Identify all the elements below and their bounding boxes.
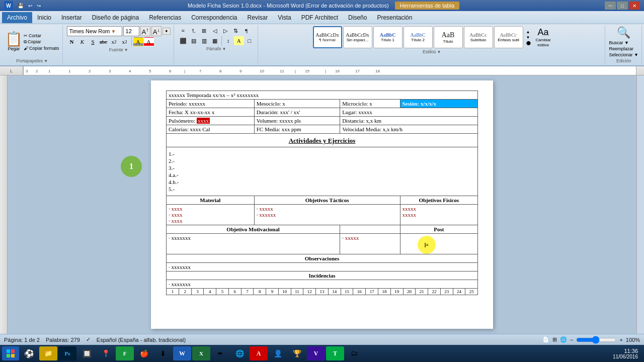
style-title2-btn[interactable]: AaBbC Título 2 <box>404 26 433 48</box>
style-subtitle-btn[interactable]: AaBbCc Subtítulo <box>464 26 493 48</box>
subscript-btn[interactable]: x2 <box>109 37 119 46</box>
style-title-btn[interactable]: AaB Título <box>434 26 463 48</box>
clipboard-expand[interactable]: ▼ <box>44 59 48 63</box>
zoom-slider[interactable] <box>576 336 616 344</box>
right-scrollbar[interactable] <box>636 75 644 334</box>
reemplazar-btn[interactable]: Reemplazar <box>609 46 638 51</box>
align-center-btn[interactable]: ▤ <box>189 36 199 45</box>
view-web-btn[interactable]: 🌐 <box>560 336 567 343</box>
justify-btn[interactable]: ▦ <box>210 36 220 45</box>
taskbar-excel[interactable]: X <box>192 346 210 360</box>
menu-insertar[interactable]: Insertar <box>56 12 87 23</box>
font-row2: N K S abc x2 x2 A A <box>67 37 171 46</box>
taskbar-file-manager[interactable]: 📁 <box>39 346 57 360</box>
styles-more-btn[interactable]: ⬤ <box>526 41 531 45</box>
taskbar-download[interactable]: ⬇ <box>154 346 172 360</box>
start-button[interactable] <box>2 346 19 360</box>
line-spacing-btn[interactable]: ↕ <box>223 36 233 45</box>
view-normal-btn[interactable]: 📄 <box>542 336 549 343</box>
strikethrough-btn[interactable]: abc <box>99 37 109 46</box>
style-nospace-btn[interactable]: AaBbCcDx Sin espaci... <box>343 26 372 48</box>
bold-btn[interactable]: N <box>67 37 77 46</box>
maximize-button[interactable]: □ <box>617 2 628 10</box>
sort-btn[interactable]: ⇅ <box>231 26 241 35</box>
format-copy-button[interactable]: 🖌 Copiar formato <box>24 46 59 51</box>
font-family-box[interactable]: Times New Rom ▼ <box>67 26 122 36</box>
buscar-btn[interactable]: Buscar ▼ <box>609 40 638 45</box>
increase-indent-btn[interactable]: ▷ <box>220 26 230 35</box>
taskbar-files[interactable]: 🗂 <box>345 346 363 360</box>
table-title-cell: xxxxxx Temporada xx/xx – x² xxxxxxxx <box>167 91 478 100</box>
styles-up-btn[interactable]: ▲ <box>526 30 531 34</box>
minimize-button[interactable]: ─ <box>605 2 616 10</box>
save-quick-btn[interactable]: 💾 <box>16 3 25 9</box>
cell-pulsometro: Pulsómetro: xxxx <box>167 117 255 125</box>
style-title1-btn[interactable]: AaBbC Título 1 <box>373 26 403 48</box>
clear-format-btn[interactable]: ✦ <box>163 28 171 35</box>
spell-check-icon[interactable]: ✓ <box>86 336 91 343</box>
view-layout-btn[interactable]: ⊞ <box>552 336 557 343</box>
zoom-out-btn[interactable]: − <box>570 337 573 343</box>
align-right-btn[interactable]: ▥ <box>199 36 209 45</box>
taskbar-app16[interactable]: T <box>326 346 344 360</box>
border-btn[interactable]: □ <box>245 36 255 45</box>
paste-button[interactable]: 📋 Pegar <box>5 32 23 51</box>
taskbar-app15[interactable]: V <box>307 346 325 360</box>
taskbar-app14[interactable]: 🏆 <box>288 346 306 360</box>
menu-diseno[interactable]: Diseño <box>343 12 372 23</box>
window-title: Modelo Ficha Sesion 1.0.docx - Microsoft… <box>42 3 605 9</box>
document-area[interactable]: 1 xxxxxx Temporada xx/xx – x² xxxxxxxx P… <box>8 75 636 334</box>
superscript-btn[interactable]: x2 <box>120 37 130 46</box>
zoom-in-btn[interactable]: + <box>619 337 622 343</box>
close-button[interactable]: ✕ <box>629 2 640 10</box>
font-grow-btn[interactable]: A↑ <box>140 26 150 36</box>
taskbar-maps[interactable]: 📍 <box>97 346 115 360</box>
taskbar-word[interactable]: W <box>173 346 191 360</box>
taskbar-app4[interactable]: 🔲 <box>77 346 96 360</box>
menu-archivo[interactable]: Archivo <box>2 12 32 23</box>
style-emphasis-btn[interactable]: AaBbCc Énfasis sutil <box>494 26 523 48</box>
taskbar-photoshop[interactable]: Ps <box>58 346 76 360</box>
italic-btn[interactable]: K <box>77 37 88 46</box>
menu-referencias[interactable]: Referencias <box>144 12 186 23</box>
font-expand[interactable]: ▼ <box>124 48 128 52</box>
align-left-btn[interactable]: ⬛ <box>178 36 188 45</box>
multilevel-btn[interactable]: ⊞ <box>199 26 209 35</box>
font-size-box[interactable]: 12 <box>123 26 139 36</box>
menu-presentacion[interactable]: Presentación <box>372 12 417 23</box>
font-shrink-btn[interactable]: A↓ <box>151 26 162 36</box>
numbering-btn[interactable]: ⒈ <box>189 26 199 35</box>
taskbar-app6[interactable]: F <box>116 346 134 360</box>
taskbar-app7[interactable]: 🍎 <box>135 346 153 360</box>
shading-btn[interactable]: A <box>234 36 244 45</box>
style-normal-btn[interactable]: AaBbCcDx ¶ Normal <box>313 26 342 48</box>
styles-down-btn[interactable]: ▼ <box>526 35 531 40</box>
taskbar-soccer[interactable]: ⚽ <box>20 346 38 360</box>
menu-revisar[interactable]: Revisar <box>243 12 273 23</box>
menu-pdf[interactable]: PDF Architect <box>296 12 343 23</box>
undo-quick-btn[interactable]: ↩ <box>27 3 34 9</box>
menu-inicio[interactable]: Inicio <box>32 12 56 23</box>
underline-btn[interactable]: S <box>88 37 98 46</box>
decrease-indent-btn[interactable]: ◁ <box>210 26 220 35</box>
taskbar-chrome[interactable]: 🌐 <box>230 346 249 360</box>
menu-correspondencia[interactable]: Correspondencia <box>186 12 242 23</box>
copy-button[interactable]: ⧉ Copiar <box>24 39 59 45</box>
highlight-btn[interactable]: A <box>133 37 143 46</box>
seleccionar-btn[interactable]: Seleccionar ▼ <box>609 52 638 57</box>
cambiar-estilos-btn[interactable]: Aa Cambiarestilos <box>536 27 551 47</box>
font-color-btn[interactable]: A <box>144 37 154 46</box>
find-btn[interactable]: 🔍 <box>617 26 630 39</box>
bullets-btn[interactable]: ≡ <box>178 26 188 35</box>
taskbar-app12[interactable]: A <box>250 346 268 360</box>
show-para-btn[interactable]: ¶ <box>242 26 252 35</box>
redo-quick-btn[interactable]: ↪ <box>35 3 42 9</box>
ruler-body[interactable]: 3 2 1 1 2 3 4 5 6 | 7 8 9 10 11 | 15 <box>23 66 636 75</box>
taskbar-app13[interactable]: 👤 <box>269 346 287 360</box>
taskbar-app10[interactable]: ✒ <box>211 346 229 360</box>
cut-button[interactable]: ✂ Cortar <box>24 33 59 38</box>
para-expand[interactable]: ▼ <box>222 47 226 51</box>
menu-diseno-pagina[interactable]: Diseño de página <box>87 12 144 23</box>
styles-expand[interactable]: ▼ <box>437 50 441 54</box>
menu-vista[interactable]: Vista <box>273 12 296 23</box>
